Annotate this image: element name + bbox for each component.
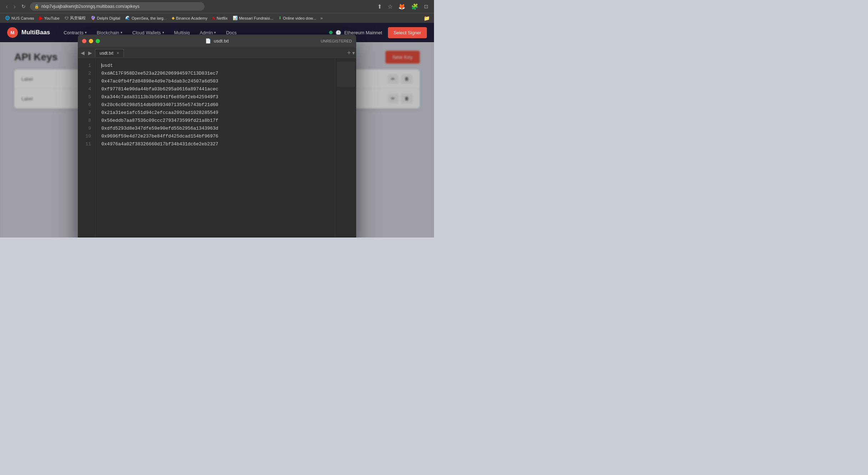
- line-number-2: 2: [78, 70, 95, 78]
- editor-tabbar: ◀ ▶ usdt.txt ✕ + ▾: [78, 48, 356, 59]
- select-signer-button[interactable]: Select Signer: [388, 27, 427, 38]
- titlebar-center: 📄 usdt.txt: [205, 38, 229, 44]
- line-number-10: 10: [78, 132, 95, 140]
- bookmark-nus-canvas[interactable]: 🌐 NUS Canvas: [3, 15, 36, 21]
- tab-menu-button[interactable]: ▾: [352, 50, 355, 56]
- traffic-light-red[interactable]: [82, 39, 86, 43]
- file-doc-icon: 📄: [205, 38, 211, 44]
- code-line-2: 0xdAC17F958D2ee523a2206206994597C13D831e…: [96, 70, 335, 78]
- code-line-3: 0x47ac0fb4f2d84898e4d9e7b4dab3c24507a6d5…: [96, 78, 335, 85]
- minimap: [335, 59, 356, 237]
- editor-window: 📄 usdt.txt UNREGISTERED ◀ ▶ usdt.txt ✕ +…: [78, 35, 356, 238]
- code-line-9: 0xdfd5293d8e347dfe59e90efd55b2956a134396…: [96, 125, 335, 132]
- app-container: M MultiBaas Contracts ▾ Blockchain ▾ Clo…: [0, 23, 434, 238]
- code-line-10: 0x9696f59e4d72e237be84ffd425dcad154bf969…: [96, 132, 335, 140]
- netflix-icon: N: [212, 16, 215, 20]
- youtube-icon: ▶: [39, 15, 43, 21]
- tab-prev-button[interactable]: ◀: [79, 49, 86, 56]
- bookmark-binance[interactable]: ◆ Binance Academy: [170, 15, 210, 21]
- opensea-icon: 🌊: [125, 16, 130, 20]
- address-text: nlxp7vjuajbalkwnrjb2sonngq.multibaas.com…: [41, 4, 140, 9]
- blockchain-chevron: ▾: [121, 31, 122, 34]
- line-number-4: 4: [78, 85, 95, 93]
- line-number-3: 3: [78, 78, 95, 85]
- logo[interactable]: M MultiBaas: [7, 27, 50, 38]
- cloud-wallets-chevron: ▾: [162, 31, 164, 34]
- bookmark-opensea[interactable]: 🌊 OpenSea, the larg...: [123, 15, 169, 21]
- browser-chrome: ‹ › ↻ 🔒 nlxp7vjuajbalkwnrjb2sonngq.multi…: [0, 0, 434, 13]
- editor-body: 1 2 3 4 5 6 7 8 9 10 11 usdt: [78, 59, 356, 237]
- code-line-6: 0x28c6c06298d514db089934071355e5743bf21d…: [96, 101, 335, 109]
- bookmarks-more[interactable]: »: [319, 15, 324, 21]
- bookmark-netflix[interactable]: N Netflix: [210, 15, 230, 21]
- network-status-dot: [329, 31, 333, 34]
- extension-icon-fox[interactable]: 🦊: [397, 3, 407, 10]
- logo-icon: M: [7, 27, 18, 38]
- bookmark-youtube[interactable]: ▶ YouTube: [37, 15, 62, 21]
- unregistered-label: UNREGISTERED: [321, 39, 352, 43]
- editor-filename: usdt.txt: [214, 38, 229, 44]
- nav-forward-button[interactable]: ›: [12, 3, 17, 10]
- code-area[interactable]: usdt 0xdAC17F958D2ee523a2206206994597C13…: [96, 59, 335, 237]
- line-number-9: 9: [78, 125, 95, 132]
- code-line-7: 0x21a31ee1afc51d94c2efccaa2092ad10282855…: [96, 109, 335, 117]
- line-number-8: 8: [78, 117, 95, 125]
- code-line-5: 0xa344c7ada83113b3b56941f6e85bf2eb425949…: [96, 93, 335, 101]
- nav-refresh-button[interactable]: ↻: [20, 4, 27, 9]
- window-resize-button[interactable]: ⊡: [423, 4, 430, 9]
- share-button[interactable]: ⬆: [376, 3, 383, 10]
- tab-next-button[interactable]: ▶: [87, 49, 94, 56]
- bookmark-fengbian[interactable]: 🛡 风变编程: [62, 15, 88, 21]
- nav-back-button[interactable]: ‹: [4, 3, 9, 10]
- delphi-icon: 🔮: [91, 16, 96, 20]
- line-number-6: 6: [78, 101, 95, 109]
- logo-text: MultiBaas: [21, 29, 50, 36]
- traffic-lights: [82, 39, 100, 43]
- bookmarks-folder[interactable]: 📁: [422, 15, 431, 22]
- bookmark-button[interactable]: ☆: [386, 3, 394, 10]
- code-line-11: 0x4976a4a02f38326660d17bf34b431dc6e2eb23…: [96, 140, 335, 148]
- messari-icon: 📊: [233, 16, 238, 20]
- line-number-11: 11: [78, 140, 95, 148]
- tab-nav-arrows: ◀ ▶: [79, 49, 94, 56]
- nus-canvas-icon: 🌐: [5, 16, 10, 20]
- traffic-light-green[interactable]: [96, 39, 100, 43]
- line-number-5: 5: [78, 93, 95, 101]
- contracts-chevron: ▾: [85, 31, 87, 34]
- bookmark-delphi[interactable]: 🔮 Delphi Digital: [89, 15, 122, 21]
- extension-icon-puzzle[interactable]: 🧩: [410, 3, 420, 10]
- code-line-1: usdt: [96, 62, 335, 70]
- code-line-4: 0xf977814e90da44bfa03b6295a0616a897441ac…: [96, 85, 335, 93]
- line-number-1: 1: [78, 62, 95, 70]
- admin-chevron: ▾: [214, 31, 216, 34]
- bookmark-video-downloader[interactable]: ⬇ Online video dow...: [276, 15, 318, 21]
- video-downloader-icon: ⬇: [278, 16, 282, 20]
- line-number-7: 7: [78, 109, 95, 117]
- tab-add-button[interactable]: +: [347, 49, 351, 57]
- minimap-content: [337, 62, 355, 87]
- fengbian-icon: 🛡: [65, 16, 69, 20]
- line-numbers: 1 2 3 4 5 6 7 8 9 10 11: [78, 59, 96, 237]
- modal-overlay: 📄 usdt.txt UNREGISTERED ◀ ▶ usdt.txt ✕ +…: [0, 42, 434, 238]
- code-line-8: 0x56eddb7aa87536c09ccc2793473599fd21a8b1…: [96, 117, 335, 125]
- bookmark-messari[interactable]: 📊 Messari Fundraisi...: [231, 15, 276, 21]
- binance-icon: ◆: [172, 16, 175, 20]
- bookmarks-bar: 🌐 NUS Canvas ▶ YouTube 🛡 风变编程 🔮 Delphi D…: [0, 13, 434, 23]
- lock-icon: 🔒: [34, 4, 39, 9]
- tab-close-icon[interactable]: ✕: [116, 51, 119, 55]
- address-bar[interactable]: 🔒 nlxp7vjuajbalkwnrjb2sonngq.multibaas.c…: [30, 2, 205, 11]
- editor-statusbar: Line 1, Column 1 Tab Size: 4 Plain Text: [78, 237, 356, 238]
- traffic-light-yellow[interactable]: [89, 39, 93, 43]
- editor-titlebar: 📄 usdt.txt UNREGISTERED: [78, 35, 356, 48]
- tab-label: usdt.txt: [100, 51, 113, 56]
- editor-tab-usdt[interactable]: usdt.txt ✕: [95, 49, 124, 57]
